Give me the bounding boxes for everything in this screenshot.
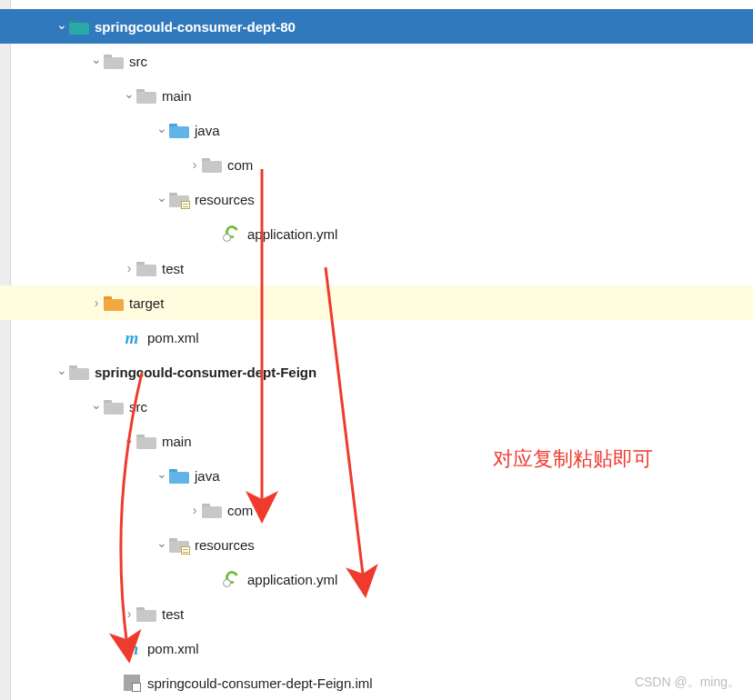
svg-rect-27 [202,506,222,518]
project-tree[interactable]: springcould-api springcould-consumer-dep… [0,0,753,700]
tree-item-label: src [129,399,155,415]
folder-icon [202,501,222,519]
tree-row[interactable]: application.yml [0,216,753,251]
folder-icon [136,605,156,623]
tree-item-label: springcould-consumer-dept-Feign.iml [147,675,380,691]
tree-item-label: main [162,434,199,449]
svg-rect-11 [202,161,222,173]
tree-row[interactable]: springcould-api [0,0,753,9]
chevron-right-icon[interactable] [187,157,202,172]
tree-item-label: springcould-consumer-dept-80 [95,19,303,35]
chevron-down-icon[interactable] [155,468,169,483]
folder-icon [69,17,89,35]
tree-row[interactable]: test [0,596,753,631]
folder-icon [69,363,89,381]
tree-row[interactable]: application.yml [0,562,753,596]
tree-item-label: java [195,123,227,138]
tree-item-label: test [162,606,191,622]
folder-icon [136,86,156,105]
chevron-down-icon[interactable] [89,399,104,414]
svg-rect-9 [169,126,189,138]
svg-rect-25 [169,472,189,484]
yml-icon [222,570,242,588]
tree-item-label: application.yml [247,572,345,587]
svg-rect-5 [104,57,124,69]
tree-item-label: springcould-consumer-dept-Feign [95,365,324,380]
tree-row[interactable]: java [0,113,753,147]
tree-item-label: resources [195,192,262,207]
chevron-right-icon[interactable] [122,261,136,275]
svg-rect-31 [136,610,156,622]
iml-icon [122,674,142,692]
tree-item-label: main [162,88,199,104]
tree-row[interactable]: main [0,78,753,113]
tree-row[interactable]: src [0,44,753,78]
chevron-down-icon[interactable] [89,54,104,68]
tree-item-label: pom.xml [147,330,206,345]
svg-rect-21 [104,403,124,415]
tree-row[interactable]: mpom.xml [0,320,753,355]
maven-icon: m [122,639,142,657]
folder-icon [104,294,124,312]
tree-row[interactable]: springcould-consumer-dept-80 [0,9,753,44]
folder-icon [169,121,189,139]
tree-row[interactable]: com [0,147,753,182]
chevron-right-icon[interactable] [89,295,104,310]
chevron-down-icon[interactable] [155,192,169,206]
folder-icon [169,466,189,485]
folder-icon [202,155,222,174]
chevron-right-icon[interactable] [122,606,136,621]
tree-item-label: src [129,54,155,69]
tree-row[interactable]: resources [0,182,753,216]
svg-rect-17 [104,299,124,311]
folder-icon [69,0,89,1]
tree-item-label: target [129,295,171,311]
tree-item-label: pom.xml [147,641,206,656]
tree-item-label: test [162,261,191,276]
folder-icon [136,259,156,277]
tree-row[interactable]: test [0,251,753,285]
watermark: CSDN @。ming。 [635,675,740,691]
chevron-down-icon[interactable] [155,537,169,552]
tree-row[interactable]: springcould-consumer-dept-Feign [0,355,753,389]
chevron-down-icon[interactable] [55,365,69,379]
folder-icon [136,432,156,450]
chevron-right-icon[interactable] [187,503,202,517]
svg-rect-19 [69,368,89,380]
tree-item-label: com [227,503,260,518]
tree-row[interactable]: src [0,389,753,424]
chevron-down-icon[interactable] [155,123,169,137]
tree-row[interactable]: com [0,493,753,527]
svg-rect-3 [69,23,89,35]
chevron-down-icon[interactable] [55,19,69,34]
svg-rect-23 [136,437,156,449]
svg-rect-15 [136,265,156,276]
tree-item-label: resources [195,537,262,553]
folder-icon [104,52,124,70]
tree-item-label: com [227,157,260,173]
tree-row[interactable]: mpom.xml [0,631,753,665]
tree-item-label: java [195,468,227,484]
tree-row[interactable]: resources [0,527,753,562]
tree-row[interactable]: target [0,285,753,320]
folder-icon [104,397,124,415]
tree-item-label: application.yml [247,226,345,242]
folder-icon [169,535,189,554]
chevron-down-icon[interactable] [122,434,136,448]
chevron-down-icon[interactable] [122,88,136,103]
svg-rect-7 [136,92,156,104]
annotation-text: 对应复制粘贴即可 [493,445,653,473]
folder-icon [169,190,189,208]
maven-icon: m [122,328,142,346]
yml-icon [222,225,242,243]
